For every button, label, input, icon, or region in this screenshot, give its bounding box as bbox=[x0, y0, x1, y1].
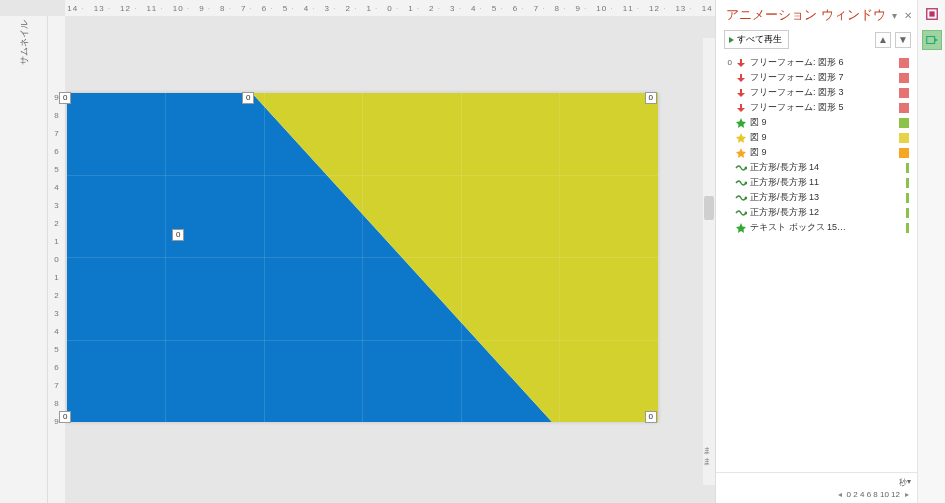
animation-pane-header: アニメーション ウィンドウ ▾ ✕ bbox=[716, 0, 917, 28]
motion-green-icon bbox=[735, 163, 747, 173]
animation-timing-bar[interactable] bbox=[906, 193, 909, 203]
animation-item-label: フリーフォーム: 図形 6 bbox=[750, 56, 896, 69]
position-marker: 0 bbox=[59, 92, 71, 104]
animation-item-label: 図 9 bbox=[750, 146, 896, 159]
play-icon bbox=[729, 37, 734, 43]
thumbnail-panel[interactable]: サムネイル bbox=[0, 16, 48, 503]
animation-item[interactable]: フリーフォーム: 図形 5 bbox=[722, 100, 915, 115]
entrance-red-icon bbox=[735, 58, 747, 68]
animation-item[interactable]: フリーフォーム: 図形 7 bbox=[722, 70, 915, 85]
position-marker: 0 bbox=[645, 411, 657, 423]
animation-item-label: フリーフォーム: 図形 3 bbox=[750, 86, 896, 99]
task-tab-animation[interactable] bbox=[922, 30, 942, 50]
animation-pane-title: アニメーション ウィンドウ bbox=[726, 6, 886, 24]
animation-item[interactable]: 図 9 bbox=[722, 130, 915, 145]
emphasis-green-icon bbox=[735, 118, 747, 128]
animation-item-label: 図 9 bbox=[750, 131, 896, 144]
timeline-scroll-left[interactable]: ◂ bbox=[836, 490, 844, 499]
timeline-scale[interactable]: ◂ 0 2 4 6 8 10 12 ▸ bbox=[722, 490, 911, 499]
animation-item-label: 正方形/長方形 12 bbox=[750, 206, 903, 219]
timeline-scroll-right[interactable]: ▸ bbox=[903, 490, 911, 499]
animation-sequence: 0 bbox=[724, 58, 732, 67]
animation-item[interactable]: 図 9 bbox=[722, 145, 915, 160]
animation-timing-bar[interactable] bbox=[899, 148, 909, 158]
animation-timing-bar[interactable] bbox=[899, 103, 909, 113]
svg-marker-1 bbox=[252, 93, 658, 422]
animation-timing-bar[interactable] bbox=[899, 88, 909, 98]
right-column: アニメーション ウィンドウ ▾ ✕ すべて再生 ▲ ▼ 0フリーフォーム: 図形… bbox=[715, 0, 945, 503]
animation-pane-toolbar: すべて再生 ▲ ▼ bbox=[716, 28, 917, 55]
entrance-red-icon bbox=[735, 73, 747, 83]
animation-timing-bar[interactable] bbox=[906, 163, 909, 173]
slide[interactable]: 0 0 0 0 0 0 bbox=[67, 93, 658, 422]
svg-rect-8 bbox=[926, 37, 934, 44]
move-down-button[interactable]: ▼ bbox=[895, 32, 911, 48]
animation-timing-bar[interactable] bbox=[899, 118, 909, 128]
task-pane-tabs bbox=[917, 0, 945, 503]
animation-item-label: 正方形/長方形 13 bbox=[750, 191, 903, 204]
motion-green-icon bbox=[735, 178, 747, 188]
timeline-footer: 秒 ▾ ◂ 0 2 4 6 8 10 12 ▸ bbox=[716, 472, 917, 503]
animation-item[interactable]: 正方形/長方形 11 bbox=[722, 175, 915, 190]
animation-item-label: テキスト ボックス 15… bbox=[750, 221, 903, 234]
position-marker: 0 bbox=[59, 411, 71, 423]
animation-item-label: フリーフォーム: 図形 5 bbox=[750, 101, 896, 114]
emphasis-orange-icon bbox=[735, 148, 747, 158]
animation-item-label: 正方形/長方形 14 bbox=[750, 161, 903, 174]
thumbnail-panel-label: サムネイル bbox=[17, 20, 30, 65]
vertical-scrollbar[interactable] bbox=[703, 38, 715, 485]
ruler-horizontal-track: 1615141312111098765432101234567891011121… bbox=[65, 4, 715, 13]
scrollbar-thumb[interactable] bbox=[704, 196, 714, 220]
entrance-red-icon bbox=[735, 103, 747, 113]
animation-timing-bar[interactable] bbox=[899, 73, 909, 83]
animation-item[interactable]: 正方形/長方形 13 bbox=[722, 190, 915, 205]
animation-item[interactable]: 正方形/長方形 12 bbox=[722, 205, 915, 220]
motion-green-icon bbox=[735, 208, 747, 218]
emphasis-green-icon bbox=[735, 223, 747, 233]
move-up-button[interactable]: ▲ bbox=[875, 32, 891, 48]
animation-item[interactable]: テキスト ボックス 15… bbox=[722, 220, 915, 235]
pane-menu-button[interactable]: ▾ bbox=[890, 8, 900, 22]
animation-item[interactable]: 正方形/長方形 14 bbox=[722, 160, 915, 175]
animation-timing-bar[interactable] bbox=[906, 223, 909, 233]
animation-timing-bar[interactable] bbox=[906, 178, 909, 188]
animation-timing-bar[interactable] bbox=[899, 133, 909, 143]
animation-list[interactable]: 0フリーフォーム: 図形 6フリーフォーム: 図形 7フリーフォーム: 図形 3… bbox=[716, 55, 917, 472]
animation-item[interactable]: フリーフォーム: 図形 3 bbox=[722, 85, 915, 100]
play-all-label: すべて再生 bbox=[737, 33, 782, 46]
task-tab-format[interactable] bbox=[922, 4, 942, 24]
ruler-horizontal: 1615141312111098765432101234567891011121… bbox=[65, 0, 715, 16]
motion-green-icon bbox=[735, 193, 747, 203]
ruler-vertical: 9876543210123456789 bbox=[48, 16, 65, 503]
canvas-side-label: まま bbox=[700, 441, 711, 463]
animation-item-label: フリーフォーム: 図形 7 bbox=[750, 71, 896, 84]
animation-item-label: 図 9 bbox=[750, 116, 896, 129]
emphasis-yellow-icon bbox=[735, 133, 747, 143]
timeline-unit-label: 秒 bbox=[899, 477, 907, 488]
slide-canvas-area[interactable]: 0 0 0 0 0 0 まま bbox=[65, 16, 715, 503]
play-all-button[interactable]: すべて再生 bbox=[724, 30, 789, 49]
position-marker: 0 bbox=[172, 229, 184, 241]
animation-item[interactable]: 図 9 bbox=[722, 115, 915, 130]
animation-timing-bar[interactable] bbox=[899, 58, 909, 68]
svg-rect-7 bbox=[929, 11, 934, 16]
entrance-red-icon bbox=[735, 88, 747, 98]
animation-timing-bar[interactable] bbox=[906, 208, 909, 218]
timeline-ticks: 0 2 4 6 8 10 12 bbox=[847, 490, 900, 499]
animation-item-label: 正方形/長方形 11 bbox=[750, 176, 903, 189]
animation-pane: アニメーション ウィンドウ ▾ ✕ すべて再生 ▲ ▼ 0フリーフォーム: 図形… bbox=[716, 0, 917, 503]
pane-close-button[interactable]: ✕ bbox=[903, 8, 913, 22]
freeform-shape-yellow[interactable] bbox=[67, 93, 658, 422]
position-marker: 0 bbox=[645, 92, 657, 104]
position-marker: 0 bbox=[242, 92, 254, 104]
animation-item[interactable]: 0フリーフォーム: 図形 6 bbox=[722, 55, 915, 70]
